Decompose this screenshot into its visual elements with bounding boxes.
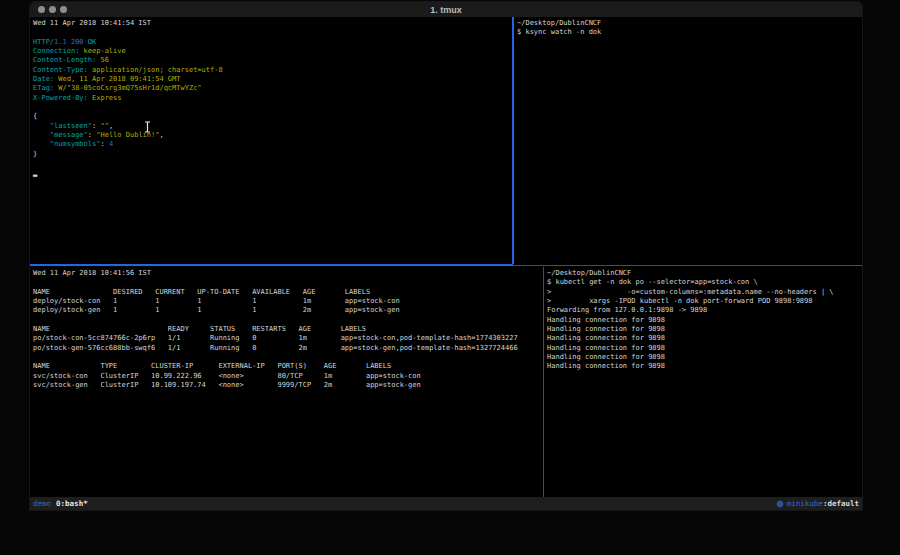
pane-kubectl-get[interactable]: Wed 11 Apr 2018 10:41:56 IST NAME DESIRE…	[30, 267, 543, 497]
minimize-icon[interactable]	[49, 6, 56, 13]
status-left: demo 0:bash*	[33, 499, 88, 508]
traffic-lights	[38, 2, 67, 17]
terminal-line: deploy/stock-gen 1 1 1 1 2m app=stock-ge…	[33, 306, 543, 315]
terminal-line: NAME TYPE CLUSTER-IP EXTERNAL-IP PORT(S)…	[33, 362, 543, 371]
tmux-status-bar: demo 0:bash* minikube :default	[30, 497, 862, 510]
terminal-line: Handling connection for 9898	[547, 344, 862, 353]
terminal-line: "lastseen": "",	[33, 122, 512, 131]
terminal-line: $ ksync watch -n dok	[517, 28, 862, 37]
terminal-line: Date: Wed, 11 Apr 2018 09:41:54 GMT	[33, 75, 512, 84]
session-name: demo	[33, 499, 51, 508]
terminal-line: Handling connection for 9898	[547, 316, 862, 325]
tmux-panes-area: Wed 11 Apr 2018 10:41:54 IST HTTP/1.1 20…	[30, 17, 862, 497]
kube-context: minikube	[787, 499, 823, 508]
terminal-line	[33, 353, 543, 362]
terminal-line: Connection: keep-alive	[33, 47, 512, 56]
terminal-line	[33, 28, 512, 37]
pane-port-forward[interactable]: ~/Desktop/DublinCNCF$ kubectl get -n dok…	[543, 267, 862, 497]
terminal-line: $ kubectl get -n dok po --selector=app=s…	[547, 278, 862, 287]
zoom-icon[interactable]	[60, 6, 67, 13]
terminal-window: 1. tmux Wed 11 Apr 2018 10:41:54 IST HTT…	[30, 2, 862, 510]
pane-ksync[interactable]: ~/Desktop/DublinCNCF$ ksync watch -n dok	[512, 17, 862, 264]
terminal-line: ~/Desktop/DublinCNCF	[517, 19, 862, 28]
terminal-line	[33, 159, 512, 168]
terminal-line: svc/stock-gen ClusterIP 10.109.197.74 <n…	[33, 381, 543, 390]
pane-divider-horizontal[interactable]	[513, 265, 862, 266]
terminal-line: NAME READY STATUS RESTARTS AGE LABELS	[33, 325, 543, 334]
terminal-line: Handling connection for 9898	[547, 325, 862, 334]
terminal-line: Handling connection for 9898	[547, 362, 862, 371]
terminal-line: ▂	[33, 169, 512, 178]
terminal-line: Wed 11 Apr 2018 10:41:56 IST	[33, 269, 543, 278]
terminal-line: deploy/stock-con 1 1 1 1 1m app=stock-co…	[33, 297, 543, 306]
terminal-line	[33, 103, 512, 112]
terminal-line: Forwarding from 127.0.0.1:9898 -> 9898	[547, 306, 862, 315]
helm-wheel-icon	[776, 500, 784, 508]
terminal-line: > -o=custom-columns=:metadata.name --no-…	[547, 288, 862, 297]
terminal-line: ~/Desktop/DublinCNCF	[547, 269, 862, 278]
terminal-line	[33, 316, 543, 325]
status-right: minikube :default	[776, 499, 859, 508]
terminal-line: svc/stock-con ClusterIP 10.99.222.96 <no…	[33, 372, 543, 381]
terminal-line: po/stock-con-5cc874766c-2p6rp 1/1 Runnin…	[33, 334, 543, 343]
terminal-line: po/stock-gen-576cc688bb-swqf6 1/1 Runnin…	[33, 344, 543, 353]
terminal-line: Content-Type: application/json; charset=…	[33, 66, 512, 75]
close-icon[interactable]	[38, 6, 45, 13]
window-titlebar[interactable]: 1. tmux	[30, 2, 862, 17]
terminal-line: Handling connection for 9898	[547, 334, 862, 343]
terminal-line: {	[33, 112, 512, 121]
terminal-line	[33, 278, 543, 287]
terminal-line: }	[33, 150, 512, 159]
terminal-line: NAME DESIRED CURRENT UP-TO-DATE AVAILABL…	[33, 288, 543, 297]
pane-http-response[interactable]: Wed 11 Apr 2018 10:41:54 IST HTTP/1.1 20…	[30, 17, 512, 264]
pane-divider-horizontal-active[interactable]	[30, 264, 513, 266]
window-title: 1. tmux	[30, 5, 862, 15]
terminal-line: X-Powered-By: Express	[33, 94, 512, 103]
window-tab-bash[interactable]: 0:bash*	[56, 499, 88, 508]
ibeam-cursor-icon	[144, 121, 151, 133]
terminal-line: ETag: W/"38-05coCsrg3mQ75sHr1d/qcMTwYZc"	[33, 84, 512, 93]
terminal-line: Wed 11 Apr 2018 10:41:54 IST	[33, 19, 512, 28]
terminal-line: "message": "Hello Dublin!",	[33, 131, 512, 140]
terminal-line: > xargs -IPOD kubectl -n dok port-forwar…	[547, 297, 862, 306]
terminal-line: HTTP/1.1 200 OK	[33, 38, 512, 47]
terminal-line: Handling connection for 9898	[547, 353, 862, 362]
terminal-line: "numsymbols": 4	[33, 140, 512, 149]
kube-namespace: :default	[823, 499, 859, 508]
terminal-line: Content-Length: 56	[33, 56, 512, 65]
